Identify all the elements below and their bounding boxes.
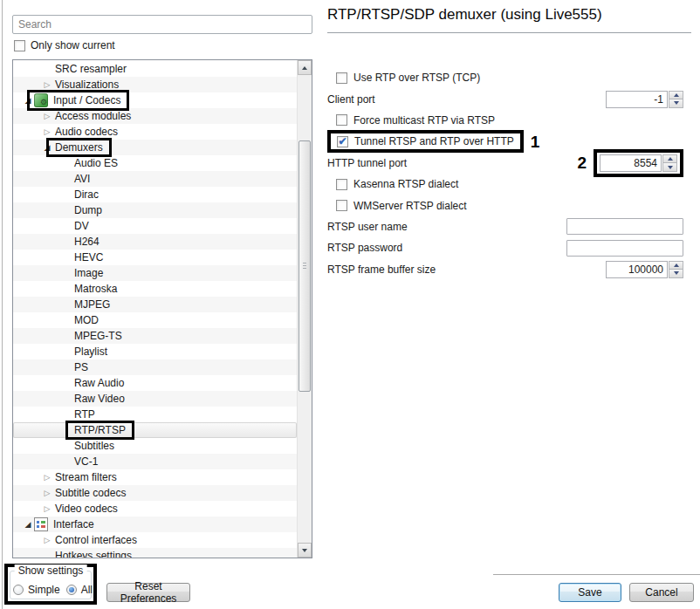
checkbox-wrap: Force multicast RTP via RTSP xyxy=(327,114,495,127)
tree-item-label: RTP xyxy=(72,408,97,421)
tree-item-label: Image xyxy=(72,267,105,279)
title-separator xyxy=(327,32,691,33)
checkbox-kasenna-rtsp-dialect[interactable] xyxy=(336,179,347,190)
tree-item-stream-filters[interactable]: ▷Stream filters xyxy=(13,469,297,485)
radio-option-simple[interactable]: Simple xyxy=(13,584,60,596)
radio-all[interactable] xyxy=(66,585,77,595)
tree-item-label: Hotkeys settings xyxy=(53,550,134,558)
annotation-number: 2 xyxy=(577,154,587,171)
checkbox-use-rtp-over-rtsp-tcp[interactable] xyxy=(336,72,347,84)
tree-item-image[interactable]: Image xyxy=(13,265,297,281)
spin-down-button[interactable] xyxy=(669,269,683,278)
settings-form: Use RTP over RTSP (TCP)Client port-1Forc… xyxy=(327,67,683,280)
tree-item-hevc[interactable]: HEVC xyxy=(13,250,297,265)
tree-item-hotkeys-settings[interactable]: Hotkeys settings xyxy=(13,548,297,558)
tree-item-audio-es[interactable]: Audio ES xyxy=(13,155,297,171)
tree-item-avi[interactable]: AVI xyxy=(13,171,297,187)
tree-collapsed-arrow-icon[interactable]: ▷ xyxy=(41,113,53,120)
tree-item-dv[interactable]: DV xyxy=(13,218,297,234)
scrollbar-up-button[interactable] xyxy=(298,60,312,75)
tree-collapsed-arrow-icon[interactable]: ▷ xyxy=(41,505,53,513)
reset-preferences-button[interactable]: Reset Preferences xyxy=(106,583,190,602)
tree-item-dirac[interactable]: Dirac xyxy=(13,187,297,202)
tree-collapsed-arrow-icon[interactable]: ▷ xyxy=(41,128,53,136)
tree-scrollbar[interactable] xyxy=(297,60,312,558)
spin-value[interactable]: -1 xyxy=(606,91,668,108)
spin-value[interactable]: 100000 xyxy=(606,261,668,278)
show-settings-group: Show settings SimpleAll xyxy=(10,571,92,599)
tree-item-access-modules[interactable]: ▷Access modules xyxy=(13,108,297,124)
input-codecs-icon: ⚙ xyxy=(34,93,48,107)
text-input-rtsp-user-name[interactable] xyxy=(566,218,683,235)
page-title: RTP/RTSP/SDP demuxer (using Live555) xyxy=(327,6,602,24)
down-arrow-icon xyxy=(674,271,679,275)
tree-item-control-interfaces[interactable]: ▷Control interfaces xyxy=(13,532,297,548)
spin-down-button[interactable] xyxy=(669,99,683,108)
only-show-current-label: Only show current xyxy=(31,39,115,51)
tree-item-raw-video[interactable]: Raw Video xyxy=(13,391,297,407)
text-input-rtsp-password[interactable] xyxy=(566,240,683,257)
scrollbar-thumb[interactable] xyxy=(299,140,311,392)
setting-label: RTSP frame buffer size xyxy=(327,263,436,276)
only-show-current-row: Only show current xyxy=(14,39,115,51)
setting-row-wmserver-rtsp-dialect: WMServer RTSP dialect xyxy=(327,195,683,216)
tree-item-demuxers[interactable]: ◢Demuxers xyxy=(13,140,297,155)
tree-item-subtitles[interactable]: Subtitles xyxy=(13,438,297,454)
tree-item-ps[interactable]: PS xyxy=(13,359,297,375)
setting-label: RTSP password xyxy=(327,242,402,254)
tree-item-label: Matroska xyxy=(72,283,119,295)
tree-item-label: Video codecs xyxy=(53,503,120,515)
preferences-dialog: Only show current SRC resampler▷Visualiz… xyxy=(0,0,700,609)
spin-down-button[interactable] xyxy=(662,162,677,172)
tree-item-dump[interactable]: Dump xyxy=(13,202,297,218)
setting-label: RTSP user name xyxy=(327,221,408,233)
spin-buttons xyxy=(662,154,677,172)
tree-item-raw-audio[interactable]: Raw Audio xyxy=(13,375,297,391)
tree-item-label: VC-1 xyxy=(72,455,100,468)
cancel-button[interactable]: Cancel xyxy=(629,583,694,602)
checkbox-force-multicast-rtp-via-rtsp[interactable] xyxy=(336,114,347,126)
up-arrow-icon xyxy=(674,263,679,267)
tree-item-vc-1[interactable]: VC-1 xyxy=(13,454,297,469)
only-show-current-checkbox[interactable] xyxy=(14,40,25,51)
scrollbar-down-button[interactable] xyxy=(298,543,312,558)
save-button[interactable]: Save xyxy=(559,583,621,602)
spin-value[interactable]: 8554 xyxy=(600,154,662,172)
tree-item-matroska[interactable]: Matroska xyxy=(13,281,297,297)
tree-item-src-resampler[interactable]: SRC resampler xyxy=(13,61,297,77)
tree-collapsed-arrow-icon[interactable]: ▷ xyxy=(41,489,53,497)
tree-collapsed-arrow-icon[interactable]: ▷ xyxy=(41,474,53,482)
spinbox-http-tunnel-port[interactable]: 8554 xyxy=(600,154,677,172)
radio-label: Simple xyxy=(28,584,60,596)
tree-item-subtitle-codecs[interactable]: ▷Subtitle codecs xyxy=(13,485,297,501)
tree-item-label: Dump xyxy=(72,204,104,216)
checkbox-tunnel-rtsp-and-rtp-over-http[interactable]: ✔ xyxy=(337,136,348,147)
radio-simple[interactable] xyxy=(13,585,24,595)
tree-collapsed-arrow-icon[interactable]: ▷ xyxy=(41,81,53,89)
annotation-box: 8554 xyxy=(594,149,683,177)
radio-option-all[interactable]: All xyxy=(66,584,93,596)
tree-item-rtp-rtsp[interactable]: RTP/RTSP xyxy=(13,422,297,438)
tree-item-mpeg-ts[interactable]: MPEG-TS xyxy=(13,328,297,344)
spinbox-client-port[interactable]: -1 xyxy=(606,91,683,108)
tree-item-input-codecs[interactable]: ◢⚙Input / Codecs xyxy=(13,92,297,108)
tree-item-interface[interactable]: ◢Interface xyxy=(13,517,297,532)
spinbox-rtsp-frame-buffer-size[interactable]: 100000 xyxy=(606,261,683,278)
tree-item-label: Stream filters xyxy=(53,471,119,483)
tree-item-mjpeg[interactable]: MJPEG xyxy=(13,297,297,312)
tree-item-label: Dirac xyxy=(72,188,100,201)
window-left-edge xyxy=(2,0,3,609)
tree-item-mod[interactable]: MOD xyxy=(13,312,297,328)
down-arrow-icon xyxy=(302,549,307,552)
tree-expanded-arrow-icon[interactable]: ◢ xyxy=(22,521,34,529)
tree-item-playlist[interactable]: Playlist xyxy=(13,344,297,359)
search-input[interactable] xyxy=(12,15,312,34)
tree-item-video-codecs[interactable]: ▷Video codecs xyxy=(13,501,297,517)
tree-item-label: SRC resampler xyxy=(53,63,128,75)
tree-item-h264[interactable]: H264 xyxy=(13,234,297,250)
tree-item-rtp[interactable]: RTP xyxy=(13,407,297,422)
interface-icon xyxy=(34,517,48,531)
tree-collapsed-arrow-icon[interactable]: ▷ xyxy=(41,537,53,544)
checkbox-wmserver-rtsp-dialect[interactable] xyxy=(336,200,347,211)
setting-row-rtsp-frame-buffer-size: RTSP frame buffer size100000 xyxy=(327,259,683,280)
